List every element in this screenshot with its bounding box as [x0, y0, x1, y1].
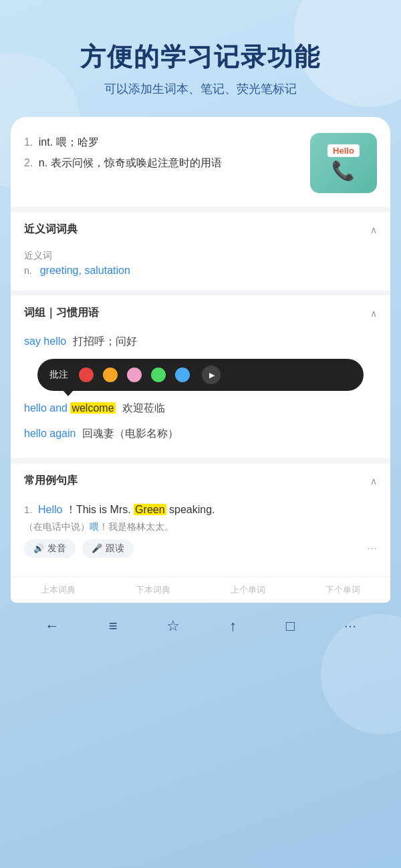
- nav-next-dict[interactable]: 下本词典: [106, 584, 200, 596]
- menu-icon[interactable]: ≡: [109, 617, 118, 635]
- example-item-1: 1. Hello ！This is Mrs. Green speaking. （…: [24, 501, 377, 558]
- share-icon[interactable]: ↑: [229, 617, 237, 635]
- pronunciation-button[interactable]: 🔊 发音: [24, 539, 76, 558]
- definition-item-1: 1. int. 喂；哈罗: [24, 133, 302, 151]
- toolbar-play-button[interactable]: [202, 366, 221, 384]
- phrase-link-3[interactable]: hello again: [24, 426, 76, 442]
- phrase-meaning-3: 回魂妻（电影名称）: [82, 426, 178, 442]
- read-aloud-button[interactable]: 🎤 跟读: [82, 539, 134, 558]
- pronunciation-label: 发音: [47, 543, 66, 555]
- definition-item-2: 2. n. 表示问候，惊奇或唤起注意时的用语: [24, 154, 302, 172]
- color-dot-orange[interactable]: [103, 368, 118, 382]
- divider-3: [11, 458, 390, 463]
- divider-1: [11, 206, 390, 212]
- nav-prev-dict[interactable]: 上本词典: [11, 584, 106, 596]
- example-cn-1: （在电话中说）喂！我是格林太太。: [24, 520, 377, 534]
- phone-icon: 📞: [327, 160, 360, 182]
- synonyms-content: 近义词 n. greeting, salutation: [11, 247, 390, 290]
- word-image: Hello 📞: [310, 133, 377, 193]
- examples-chevron-icon: ∧: [370, 476, 377, 486]
- phrase-meaning-1: 打招呼；问好: [73, 333, 137, 349]
- phrase-item-1: say hello 打招呼；问好: [24, 333, 377, 349]
- examples-title: 常用例句库: [24, 474, 78, 488]
- synonyms-title: 近义词词典: [24, 223, 78, 237]
- syn-words-row: n. greeting, salutation: [24, 265, 377, 277]
- definition-text: 1. int. 喂；哈罗 2. n. 表示问候，惊奇或唤起注意时的用语: [24, 133, 302, 174]
- syn-pos: n.: [24, 265, 32, 276]
- nav-prev-word[interactable]: 上个单词: [200, 584, 295, 596]
- example-hello-link[interactable]: Hello: [38, 504, 62, 515]
- example-cn-spoken: 喂: [90, 521, 99, 532]
- phrases-title: 词组｜习惯用语: [24, 306, 99, 320]
- examples-content: 1. Hello ！This is Mrs. Green speaking. （…: [11, 498, 390, 577]
- example-text-1: ！This is Mrs.: [65, 504, 134, 515]
- word-image-label: Hello: [327, 144, 360, 157]
- syn-words[interactable]: greeting, salutation: [40, 265, 130, 277]
- color-dot-green[interactable]: [151, 368, 166, 382]
- page-title: 方便的学习记录功能: [27, 40, 374, 74]
- more-options-icon[interactable]: ···: [367, 541, 377, 555]
- phrase-item-3: hello again 回魂妻（电影名称）: [24, 426, 377, 442]
- phrases-section-header[interactable]: 词组｜习惯用语 ∧: [11, 295, 390, 331]
- examples-section-header[interactable]: 常用例句库 ∧: [11, 463, 390, 498]
- phrase-link-2[interactable]: hello and welcome: [24, 400, 116, 416]
- color-dot-red[interactable]: [79, 368, 94, 382]
- def-num-2: 2.: [24, 157, 33, 168]
- phrase-item-2: hello and welcome 欢迎莅临: [24, 400, 377, 416]
- syn-section-label: 近义词: [24, 250, 52, 261]
- phrase-link-1[interactable]: say hello: [24, 333, 66, 349]
- bookmark-icon[interactable]: ☆: [166, 617, 180, 635]
- phrases-chevron-icon: ∧: [370, 308, 377, 319]
- def-num-1: 1.: [24, 136, 33, 148]
- definition-section: 1. int. 喂；哈罗 2. n. 表示问候，惊奇或唤起注意时的用语 Hell…: [11, 117, 390, 206]
- example-green-highlight: Green: [134, 504, 166, 515]
- page-subtitle: 可以添加生词本、笔记、荧光笔标记: [27, 81, 374, 97]
- header-section: 方便的学习记录功能 可以添加生词本、笔记、荧光笔标记: [0, 0, 401, 117]
- main-card: 1. int. 喂；哈罗 2. n. 表示问候，惊奇或唤起注意时的用语 Hell…: [11, 117, 390, 603]
- synonyms-section-header[interactable]: 近义词词典 ∧: [11, 212, 390, 247]
- color-dot-blue[interactable]: [175, 368, 190, 382]
- color-dot-pink[interactable]: [127, 368, 142, 382]
- audio-buttons: 🔊 发音 🎤 跟读 ···: [24, 539, 377, 558]
- synonyms-chevron-icon: ∧: [370, 225, 377, 235]
- mic-icon: 🎤: [92, 543, 102, 553]
- toolbar-label: 批注: [49, 369, 68, 381]
- example-en-1: 1. Hello ！This is Mrs. Green speaking.: [24, 501, 377, 519]
- divider-2: [11, 290, 390, 295]
- speaker-icon: 🔊: [33, 543, 44, 553]
- phrase-highlight-welcome: welcome: [70, 402, 115, 414]
- example-text-2: speaking.: [169, 504, 215, 515]
- syn-label: 近义词: [24, 250, 377, 262]
- def-pos-1: int. 喂；哈罗: [39, 136, 99, 148]
- phrases-content: say hello 打招呼；问好 批注 hello and welcome 欢迎…: [11, 331, 390, 458]
- bottom-nav: 上本词典 下本词典 上个单词 下个单词: [11, 577, 390, 603]
- example-num-1: 1.: [24, 504, 33, 515]
- read-aloud-label: 跟读: [106, 543, 124, 555]
- def-pos-2: n. 表示问候，惊奇或唤起注意时的用语: [39, 157, 222, 168]
- window-icon[interactable]: □: [286, 617, 295, 635]
- phrase-meaning-2: 欢迎莅临: [122, 400, 165, 416]
- nav-next-word[interactable]: 下个单词: [295, 584, 390, 596]
- back-icon[interactable]: ←: [45, 617, 59, 635]
- annotation-toolbar[interactable]: 批注: [37, 359, 364, 391]
